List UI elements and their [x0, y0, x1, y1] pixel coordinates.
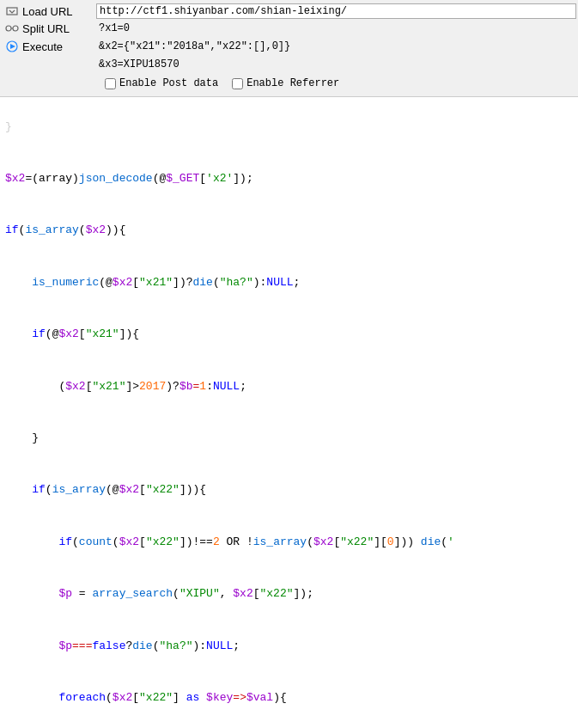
execute-label: Execute: [22, 40, 63, 53]
svg-marker-5: [10, 44, 15, 49]
toolbar: Load URL Split URL ?x1=0: [0, 0, 578, 97]
enable-post-label[interactable]: Enable Post data: [105, 77, 218, 89]
code-area: } $x2=(array)json_decode(@$_GET['x2']); …: [0, 97, 578, 728]
svg-point-1: [6, 26, 11, 31]
line3: is_numeric(@$x2["x21"])?die("ha?"):NULL;: [5, 276, 300, 289]
line1: $x2=(array)json_decode(@$_GET['x2']);: [5, 172, 253, 185]
load-url-button[interactable]: Load URL: [2, 3, 96, 19]
enable-referrer-checkbox[interactable]: [232, 78, 243, 89]
line5: ($x2["x21"]>2017)?$b=1:NULL;: [5, 380, 246, 393]
url-line3: &x2={"x21":"2018a","x22":[],0]}: [96, 39, 576, 55]
execute-button[interactable]: Execute: [2, 39, 96, 54]
enable-referrer-text: Enable Referrer: [246, 77, 339, 89]
split-url-icon: [5, 21, 19, 35]
split-url-label: Split URL: [22, 22, 70, 35]
options-row: Enable Post data Enable Referrer: [2, 74, 576, 93]
svg-point-2: [13, 26, 18, 31]
url-line2: ?x1=0: [96, 21, 576, 37]
execute-icon: [5, 40, 19, 53]
load-url-label: Load URL: [22, 5, 73, 18]
line7: if(is_array(@$x2["x22"])){: [5, 483, 206, 496]
line6: }: [5, 431, 39, 444]
url-line4: &x3=XIPU18570: [96, 57, 576, 73]
enable-post-checkbox[interactable]: [105, 78, 116, 89]
line10: $p===false?die("ha?"):NULL;: [5, 639, 240, 652]
enable-referrer-label[interactable]: Enable Referrer: [232, 77, 339, 89]
line8: if(count($x2["x22"])!==2 OR !is_array($x…: [5, 535, 454, 548]
line11: foreach($x2["x22"] as $key=>$val){: [5, 691, 287, 704]
line4: if(@$x2["x21"]){: [5, 327, 139, 340]
line9: $p = array_search("XIPU", $x2["x22"]);: [5, 587, 313, 600]
enable-post-text: Enable Post data: [119, 77, 218, 89]
line-gap1: }: [5, 120, 12, 133]
line2: if(is_array($x2)){: [5, 223, 125, 236]
load-url-icon: [5, 4, 19, 18]
url-input[interactable]: [96, 3, 576, 19]
split-url-button[interactable]: Split URL: [2, 21, 96, 36]
